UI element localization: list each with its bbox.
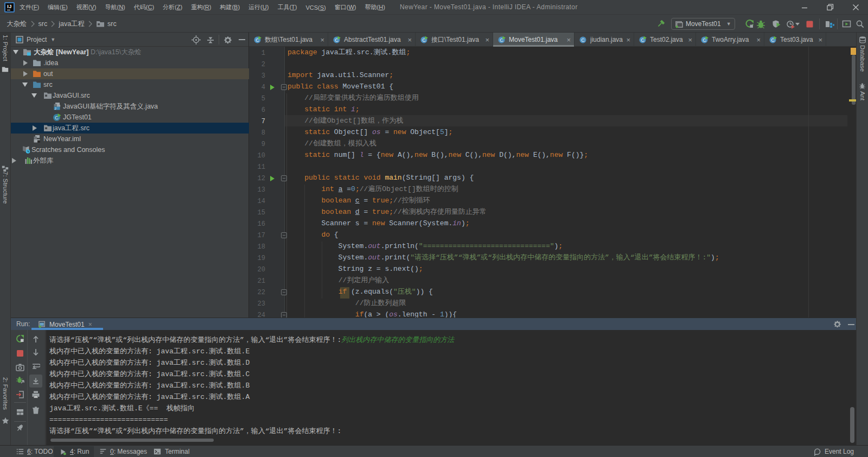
svg-text:C: C [581, 37, 585, 43]
svg-text:J: J [55, 107, 56, 110]
